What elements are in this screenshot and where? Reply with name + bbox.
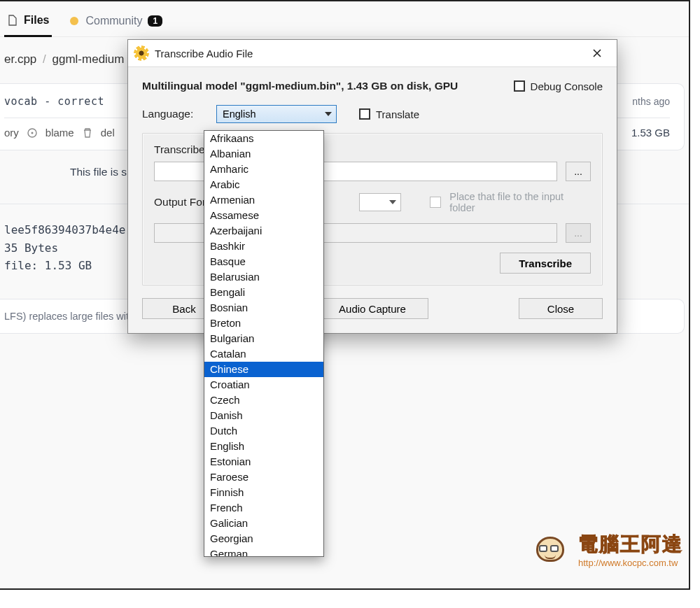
dialog-titlebar[interactable]: Transcribe Audio File xyxy=(128,40,617,67)
language-option[interactable]: Afrikaans xyxy=(204,131,323,146)
language-option[interactable]: Azerbaijani xyxy=(204,223,323,239)
app-icon xyxy=(135,47,148,59)
watermark-mascot xyxy=(531,530,570,569)
language-option[interactable]: Breton xyxy=(204,316,323,331)
chevron-down-icon xyxy=(325,112,332,116)
watermark: 電腦王阿達 http://www.kocpc.com.tw xyxy=(531,530,683,569)
watermark-url: http://www.kocpc.com.tw xyxy=(578,558,678,568)
place-input-folder-checkbox[interactable] xyxy=(430,197,441,208)
tab-community-label: Community xyxy=(85,15,142,27)
dialog-title: Transcribe Audio File xyxy=(155,48,253,59)
breadcrumb-separator: / xyxy=(40,52,49,66)
delete-link[interactable]: del xyxy=(101,127,115,139)
meta-size-value: 1.53 GB xyxy=(38,259,92,272)
language-option[interactable]: Croatian xyxy=(204,377,323,393)
language-option[interactable]: Dutch xyxy=(204,423,323,439)
language-option[interactable]: Danish xyxy=(204,408,323,423)
language-option[interactable]: French xyxy=(204,500,323,516)
language-selected-value: English xyxy=(223,108,256,120)
language-option[interactable]: Catalan xyxy=(204,346,323,362)
audio-capture-button[interactable]: Audio Capture xyxy=(316,298,428,319)
language-option[interactable]: Bosnian xyxy=(204,300,323,316)
translate-label: Translate xyxy=(376,108,419,120)
close-button[interactable]: Close xyxy=(519,298,603,319)
language-option[interactable]: Assamese xyxy=(204,208,323,223)
breadcrumb-part-2[interactable]: ggml-medium xyxy=(52,52,125,66)
language-option[interactable]: Bulgarian xyxy=(204,331,323,346)
language-option[interactable]: Georgian xyxy=(204,531,323,546)
transcribe-button[interactable]: Transcribe xyxy=(500,253,591,274)
language-option[interactable]: Finnish xyxy=(204,485,323,500)
debug-console-checkbox-wrap[interactable]: Debug Console xyxy=(514,80,603,92)
debug-console-checkbox[interactable] xyxy=(514,80,525,92)
language-option[interactable]: Arabic xyxy=(204,177,323,192)
watermark-title: 電腦王阿達 xyxy=(578,531,683,558)
language-combobox[interactable]: English xyxy=(216,105,337,123)
language-option[interactable]: German xyxy=(204,546,323,556)
commit-message: vocab - correct xyxy=(4,95,104,108)
breadcrumb-part-1[interactable]: er.cpp xyxy=(4,52,36,66)
place-input-folder-label: Place that file to the input folder xyxy=(449,191,591,213)
language-dropdown-scroll[interactable]: AfrikaansAlbanianAmharicArabicArmenianAs… xyxy=(204,131,323,556)
language-label: Language: xyxy=(142,108,205,120)
language-option[interactable]: Belarusian xyxy=(204,269,323,285)
chevron-down-icon xyxy=(389,200,396,204)
file-size: 1.53 GB xyxy=(631,127,670,139)
translate-checkbox[interactable] xyxy=(359,108,370,120)
language-option[interactable]: Bengali xyxy=(204,285,323,300)
language-option[interactable]: Czech xyxy=(204,393,323,408)
language-option[interactable]: Bashkir xyxy=(204,239,323,254)
history-link[interactable]: ory xyxy=(4,127,19,139)
language-option[interactable]: English xyxy=(204,439,323,454)
language-option[interactable]: Chinese xyxy=(204,362,323,377)
delete-icon xyxy=(81,127,94,139)
browse-output-button: ... xyxy=(566,223,591,243)
model-info: Multilingual model "ggml-medium.bin", 1.… xyxy=(142,80,458,92)
language-option[interactable]: Albanian xyxy=(204,146,323,162)
language-dropdown-list[interactable]: AfrikaansAlbanianAmharicArabicArmenianAs… xyxy=(204,130,324,557)
tab-community[interactable]: Community 1 xyxy=(66,9,165,36)
language-option[interactable]: Estonian xyxy=(204,454,323,469)
translate-checkbox-wrap[interactable]: Translate xyxy=(359,108,419,120)
svg-point-0 xyxy=(70,17,78,25)
svg-point-2 xyxy=(31,132,33,134)
meta-size-label: file: xyxy=(4,259,38,272)
transcribe-dialog: Transcribe Audio File Multilingual model… xyxy=(127,39,617,334)
dialog-close-button[interactable] xyxy=(583,44,611,62)
language-option[interactable]: Faroese xyxy=(204,469,323,485)
page-tabs: Files Community 1 xyxy=(0,1,689,37)
tab-files[interactable]: Files xyxy=(4,8,52,37)
browse-file-button[interactable]: ... xyxy=(566,162,591,181)
community-icon xyxy=(69,15,80,27)
debug-console-label: Debug Console xyxy=(531,80,603,92)
tab-files-label: Files xyxy=(24,14,49,27)
close-icon xyxy=(592,48,602,58)
output-format-combobox[interactable] xyxy=(359,193,401,211)
language-option[interactable]: Armenian xyxy=(204,192,323,208)
blame-icon xyxy=(26,127,38,139)
file-icon xyxy=(7,15,18,26)
commit-time: nths ago xyxy=(632,96,670,107)
community-badge: 1 xyxy=(148,15,162,27)
language-option[interactable]: Basque xyxy=(204,254,323,269)
blame-link[interactable]: blame xyxy=(46,127,74,139)
language-option[interactable]: Amharic xyxy=(204,162,323,177)
language-option[interactable]: Galician xyxy=(204,516,323,531)
